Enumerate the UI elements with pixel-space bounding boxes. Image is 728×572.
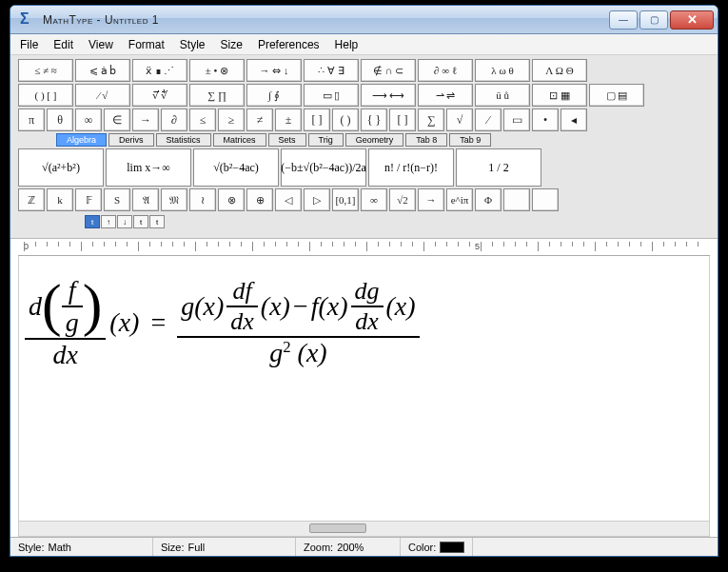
menu-style[interactable]: Style xyxy=(180,38,206,51)
palette-cell[interactable]: Λ Ω Θ xyxy=(532,59,587,82)
template-cell[interactable]: lim x→∞ xyxy=(106,148,191,187)
palette-cell[interactable]: ≤ xyxy=(189,108,216,131)
tab-algebra[interactable]: Algebra xyxy=(56,133,107,147)
palette-cell[interactable]: 𝔄 xyxy=(132,188,159,211)
palette-cell[interactable]: ≤ ≠ ≈ xyxy=(18,59,73,82)
palette-cell[interactable]: ∈ xyxy=(104,108,130,131)
palette-cell[interactable] xyxy=(503,188,530,211)
menu-size[interactable]: Size xyxy=(221,38,243,51)
nav-button-2[interactable]: ↑ xyxy=(101,215,116,228)
palette-cell[interactable]: 𝔽 xyxy=(75,188,102,211)
tab-sets[interactable]: Sets xyxy=(268,133,306,147)
palette-cell[interactable]: ∑ xyxy=(418,108,444,131)
ruler-mark-5: 5 xyxy=(475,242,480,251)
menu-preferences[interactable]: Preferences xyxy=(258,38,320,51)
palette-cell[interactable]: λ ω θ xyxy=(475,59,530,82)
menu-view[interactable]: View xyxy=(89,38,113,51)
nav-button-4[interactable]: t xyxy=(133,215,148,228)
palette-cell[interactable]: ⟶ ⟷ xyxy=(361,84,416,107)
template-cell[interactable]: √(a²+b²) xyxy=(18,148,104,187)
palette-cell[interactable]: ⊗ xyxy=(218,188,245,211)
palette-cell[interactable]: S xyxy=(104,188,130,211)
nav-button-1[interactable]: t xyxy=(85,215,100,228)
palette-cell[interactable]: ± xyxy=(275,108,302,131)
tab-statistics[interactable]: Statistics xyxy=(156,133,211,147)
template-cell[interactable]: (−b±√(b²−4ac))/2a xyxy=(281,148,366,187)
menu-format[interactable]: Format xyxy=(128,38,165,51)
menu-file[interactable]: File xyxy=(20,38,38,51)
palette-cell[interactable]: ∞ xyxy=(361,188,387,211)
palette-cell[interactable]: ⊡ ▦ xyxy=(532,84,587,107)
close-button[interactable]: ✕ xyxy=(670,10,714,30)
palette-cell[interactable]: [0,1] xyxy=(332,188,359,211)
palette-cell[interactable]: ∂ ∞ ℓ xyxy=(418,59,473,82)
equation-editor[interactable]: d ( f g ) dx (x) = g(x) df xyxy=(18,256,710,522)
palette-cell[interactable]: ∑ ∏ xyxy=(189,84,245,107)
tab-matrices[interactable]: Matrices xyxy=(213,133,266,147)
palette-cell[interactable]: { } xyxy=(361,108,387,131)
palette-cell[interactable]: ⇀ ⇌ xyxy=(418,84,473,107)
tab-geometry[interactable]: Geometry xyxy=(345,133,404,147)
palette-cell[interactable]: ▷ xyxy=(304,188,330,211)
status-zoom-value: 200% xyxy=(337,542,364,553)
tab-tab-9[interactable]: Tab 9 xyxy=(449,133,491,147)
palette-cell[interactable]: √2 xyxy=(389,188,416,211)
tool-area: ≤ ≠ ≈⩽ ȧ ḃẍ ∎ ⋰± • ⊗→ ⇔ ↓∴ ∀ ∃∉ ∩ ⊂∂ ∞ ℓ… xyxy=(10,55,718,239)
palette-cell[interactable]: ◁ xyxy=(275,188,302,211)
palette-cell[interactable]: → xyxy=(418,188,444,211)
palette-cell[interactable] xyxy=(532,188,559,211)
tab-derivs[interactable]: Derivs xyxy=(108,133,154,147)
palette-cell[interactable]: ± • ⊗ xyxy=(189,59,245,82)
palette-cell[interactable]: [ ] xyxy=(304,108,330,131)
palette-cell[interactable]: ≀ xyxy=(189,188,216,211)
scroll-thumb[interactable] xyxy=(309,523,366,533)
palette-cell[interactable]: ▭ xyxy=(503,108,530,131)
palette-cell[interactable]: ẍ ∎ ⋰ xyxy=(132,59,187,82)
palette-cell[interactable]: ≠ xyxy=(246,108,273,131)
horizontal-scrollbar[interactable] xyxy=(18,522,710,537)
palette-cell[interactable]: √ xyxy=(446,108,473,131)
template-cell[interactable]: n! / r!(n−r)! xyxy=(368,148,454,187)
palette-cell[interactable]: 𝔐 xyxy=(161,188,187,211)
palette-cell[interactable]: ∞ xyxy=(75,108,102,131)
menu-help[interactable]: Help xyxy=(335,38,359,51)
palette-cell[interactable]: [ ] xyxy=(389,108,416,131)
palette-cell[interactable]: ▢ ▤ xyxy=(589,84,644,107)
status-color-swatch[interactable] xyxy=(440,542,464,553)
palette-cell[interactable]: ∫ ∮ xyxy=(246,84,302,107)
palette-cell[interactable]: ∉ ∩ ⊂ xyxy=(361,59,416,82)
palette-cell[interactable]: k xyxy=(47,188,73,211)
tab-tab-8[interactable]: Tab 8 xyxy=(405,133,447,147)
palette-cell[interactable]: ∂ xyxy=(161,108,187,131)
palette-cell[interactable]: √̅ ∜ xyxy=(132,84,187,107)
palette-cell[interactable]: ∴ ∀ ∃ xyxy=(304,59,359,82)
menu-edit[interactable]: Edit xyxy=(53,38,73,51)
palette-cell[interactable]: π xyxy=(18,108,45,131)
palette-cell[interactable]: ⁄ xyxy=(475,108,502,131)
palette-cell[interactable]: ⊕ xyxy=(246,188,273,211)
palette-cell[interactable]: e^iπ xyxy=(446,188,473,211)
palette-cell[interactable]: ≥ xyxy=(218,108,245,131)
palette-cell[interactable]: ⩽ ȧ ḃ xyxy=(75,59,130,82)
minimize-button[interactable]: — xyxy=(609,10,638,30)
palette-cell[interactable]: → xyxy=(132,108,159,131)
palette-cell[interactable]: ( ) [ ] xyxy=(18,84,73,107)
palette-cell[interactable]: Φ xyxy=(475,188,502,211)
palette-cell[interactable]: • xyxy=(532,108,559,131)
template-cell[interactable]: 1 / 2 xyxy=(456,148,541,187)
titlebar[interactable]: Σ MathType - Untitled 1 — ▢ ✕ xyxy=(10,6,718,34)
palette-cell[interactable]: → ⇔ ↓ xyxy=(246,59,302,82)
nav-button-3[interactable]: ↓ xyxy=(117,215,132,228)
palette-cell[interactable]: ū ů xyxy=(475,84,530,107)
status-zoom-label: Zoom: xyxy=(304,542,333,553)
nav-button-5[interactable]: t xyxy=(149,215,165,228)
palette-cell[interactable]: ( ) xyxy=(332,108,359,131)
tab-trig[interactable]: Trig xyxy=(308,133,344,147)
template-cell[interactable]: √(b²−4ac) xyxy=(193,148,279,187)
palette-cell[interactable]: θ xyxy=(47,108,73,131)
palette-cell[interactable]: ◂ xyxy=(561,108,587,131)
palette-cell[interactable]: ⁄ √ xyxy=(75,84,130,107)
maximize-button[interactable]: ▢ xyxy=(639,10,668,30)
palette-cell[interactable]: ▭ ▯ xyxy=(304,84,359,107)
palette-cell[interactable]: ℤ xyxy=(18,188,45,211)
